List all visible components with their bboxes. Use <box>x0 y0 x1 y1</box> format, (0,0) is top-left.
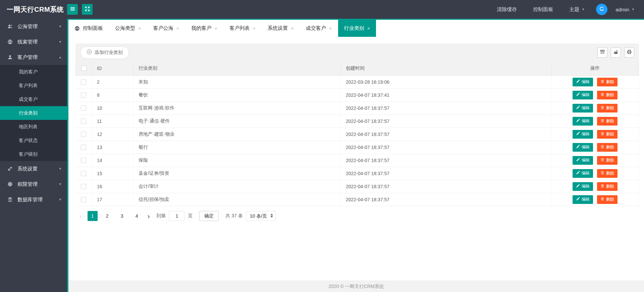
delete-button[interactable]: 删除 <box>597 78 618 86</box>
export-button[interactable] <box>611 48 621 58</box>
top-navbar: 一网天行CRM系统 清除缓存 控制面板 主题 ▼ <box>0 0 644 19</box>
edit-button[interactable]: 编辑 <box>573 169 593 178</box>
edit-button[interactable]: 编辑 <box>573 78 593 86</box>
cell-id: 17 <box>92 193 133 206</box>
collapse-menu-button[interactable] <box>67 4 78 15</box>
sidebar-item-my-customers[interactable]: 我的客户 <box>0 65 67 79</box>
cell-id: 12 <box>92 128 133 141</box>
fullscreen-button[interactable] <box>82 4 93 15</box>
table-row: 2 未知 2022-03-28 16:19:06 编辑 <box>76 75 639 88</box>
delete-button[interactable]: 删除 <box>597 156 618 165</box>
pencil-icon <box>576 79 580 84</box>
tab-customer-list[interactable]: 客户列表 × <box>223 20 262 37</box>
edit-button[interactable]: 编辑 <box>573 104 593 113</box>
toolbar-icon-group <box>597 48 634 58</box>
goto-confirm-button[interactable]: 确定 <box>199 211 219 221</box>
edit-button[interactable]: 编辑 <box>573 117 593 126</box>
close-icon[interactable]: × <box>291 26 294 31</box>
row-checkbox[interactable] <box>81 197 86 202</box>
sidebar-item-industry-category[interactable]: 行业类别 <box>0 106 67 120</box>
page-button-1[interactable]: 1 <box>88 211 98 221</box>
cell-id: 8 <box>92 88 133 101</box>
page-button-2[interactable]: 2 <box>102 211 112 221</box>
total-count-label: 共 37 条 <box>225 213 243 219</box>
delete-button[interactable]: 删除 <box>597 182 618 191</box>
avatar[interactable] <box>596 4 607 15</box>
user-dropdown[interactable]: admin ▼ <box>607 7 635 12</box>
delete-button[interactable]: 删除 <box>597 104 618 113</box>
row-checkbox[interactable] <box>81 92 86 98</box>
delete-button[interactable]: 删除 <box>597 195 618 204</box>
row-checkbox[interactable] <box>81 145 86 150</box>
cell-created-time: 2022-04-07 18:37:57 <box>341 154 551 167</box>
row-checkbox[interactable] <box>81 171 86 176</box>
close-icon[interactable]: × <box>367 26 370 31</box>
table-row: 10 互联网·游戏·软件 2022-04-07 18:37:57 编辑 <box>76 101 639 115</box>
theme-dropdown[interactable]: 主题 ▼ <box>561 6 593 13</box>
tab-dashboard[interactable]: 控制面板 <box>68 20 109 37</box>
columns-filter-button[interactable] <box>597 48 607 58</box>
goto-page-input[interactable] <box>169 211 184 221</box>
prev-page-button[interactable]: ‹ <box>76 211 85 221</box>
sidebar-item-customer-status[interactable]: 客户状态 <box>0 134 67 147</box>
row-checkbox[interactable] <box>81 184 86 189</box>
sidebar-item-customer-list[interactable]: 客户列表 <box>0 79 67 92</box>
sidebar-item-leads-mgmt[interactable]: 线索管理 ▼ <box>0 34 67 50</box>
page-size-select[interactable]: 10 条/页 <box>246 211 276 221</box>
sidebar-item-database-mgmt[interactable]: 数据库管理 ▼ <box>0 192 67 207</box>
sidebar-item-customer-mgmt[interactable]: 客户管理 ▲ <box>0 50 67 65</box>
industry-table: ID 行业类别 创建时间 操作 2 未知 2022-03-28 16:19:06 <box>75 61 639 206</box>
close-icon[interactable]: × <box>176 26 179 31</box>
edit-button[interactable]: 编辑 <box>573 195 593 204</box>
delete-button[interactable]: 删除 <box>597 130 618 139</box>
pencil-icon <box>576 145 580 150</box>
cell-industry: 基金/证券/投资 <box>133 167 341 180</box>
edit-button[interactable]: 编辑 <box>573 91 593 99</box>
tab-system-settings[interactable]: 系统设置 × <box>262 20 300 37</box>
sidebar-item-permission-mgmt[interactable]: 权限管理 ▼ <box>0 176 67 192</box>
table-row: 14 保险 2022-04-07 18:37:57 编辑 <box>76 154 639 167</box>
sidebar-item-deal-customers[interactable]: 成交客户 <box>0 92 67 106</box>
pencil-icon <box>576 119 580 124</box>
close-icon[interactable]: × <box>329 26 332 31</box>
select-all-checkbox[interactable] <box>81 66 87 71</box>
delete-button[interactable]: 删除 <box>597 117 618 126</box>
tab-deal-customers[interactable]: 成交客户 × <box>300 20 338 37</box>
close-icon[interactable]: × <box>138 26 141 31</box>
delete-button[interactable]: 删除 <box>597 143 618 152</box>
trash-icon <box>600 79 604 84</box>
tab-my-customers[interactable]: 我的客户 × <box>185 20 224 37</box>
trash-icon <box>600 158 604 163</box>
tab-pool-type[interactable]: 公海类型 × <box>109 20 147 37</box>
edit-button[interactable]: 编辑 <box>573 130 593 139</box>
close-icon[interactable]: × <box>253 26 256 31</box>
delete-button[interactable]: 删除 <box>597 169 618 178</box>
tab-customer-pool[interactable]: 客户公海 × <box>147 20 185 37</box>
sidebar-item-system-settings[interactable]: 系统设置 ▼ <box>0 161 67 176</box>
edit-button[interactable]: 编辑 <box>573 182 593 191</box>
sidebar-item-region-list[interactable]: 地区列表 <box>0 120 67 134</box>
tab-industry-category[interactable]: 行业类别 × <box>338 20 376 37</box>
header-actions: 操作 <box>551 61 639 75</box>
row-checkbox[interactable] <box>81 119 86 124</box>
edit-button[interactable]: 编辑 <box>573 143 593 152</box>
close-icon[interactable]: × <box>215 26 218 31</box>
add-industry-button[interactable]: 添加行业类别 <box>80 46 129 59</box>
sidebar-item-customer-level[interactable]: 客户级别 <box>0 147 67 161</box>
page-button-3[interactable]: 3 <box>117 211 127 221</box>
row-checkbox[interactable] <box>81 79 86 85</box>
print-button[interactable] <box>624 48 634 58</box>
sidebar-item-pool-mgmt[interactable]: 公海管理 ▼ <box>0 19 67 34</box>
cell-created-time: 2022-04-07 18:37:57 <box>341 128 551 141</box>
globe-grid-icon <box>7 181 13 187</box>
next-page-button[interactable]: › <box>144 211 153 221</box>
delete-button[interactable]: 删除 <box>597 91 618 99</box>
row-checkbox[interactable] <box>81 158 86 163</box>
clear-cache-link[interactable]: 清除缓存 <box>489 6 525 13</box>
page-button-4[interactable]: 4 <box>132 211 142 221</box>
row-checkbox[interactable] <box>81 132 86 137</box>
edit-button[interactable]: 编辑 <box>573 156 593 165</box>
row-checkbox[interactable] <box>81 105 86 111</box>
control-panel-link[interactable]: 控制面板 <box>525 6 561 13</box>
trash-icon <box>600 92 604 97</box>
